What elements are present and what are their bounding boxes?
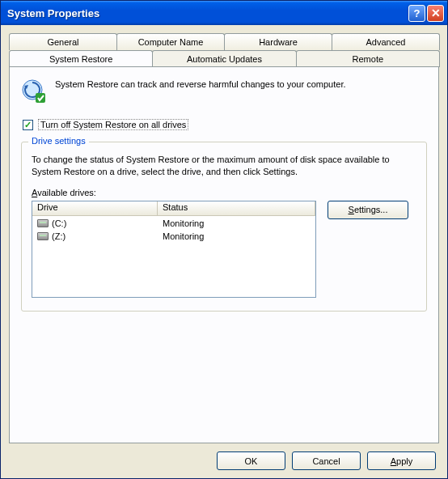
client-area: General Computer Name Hardware Advanced … — [1, 25, 447, 478]
cancel-button[interactable]: Cancel — [292, 451, 361, 470]
tab-panel-system-restore: System Restore can track and reverse har… — [9, 66, 439, 443]
listview-body: (C:) Monitoring (Z:) Monitoring — [32, 216, 315, 297]
system-restore-icon — [21, 78, 47, 104]
window-title: System Properties — [7, 7, 408, 19]
drive-status: Monitoring — [158, 218, 315, 228]
drive-cell: (Z:) — [32, 231, 158, 241]
tab-system-restore[interactable]: System Restore — [9, 50, 153, 67]
tab-computer-name[interactable]: Computer Name — [116, 33, 225, 50]
drive-row[interactable]: (Z:) Monitoring — [32, 230, 315, 243]
tab-hardware[interactable]: Hardware — [224, 33, 332, 50]
group-title: Drive settings — [28, 136, 89, 146]
col-status[interactable]: Status — [158, 201, 315, 215]
drive-icon — [37, 232, 49, 240]
turnoff-checkbox-label: Turn off System Restore on all drives — [38, 119, 188, 130]
turnoff-checkbox[interactable]: ✓ — [23, 120, 33, 130]
tab-automatic-updates[interactable]: Automatic Updates — [152, 50, 296, 67]
settings-button[interactable]: Settings... — [328, 201, 408, 219]
drive-name: (Z:) — [52, 231, 66, 241]
tab-row-1: General Computer Name Hardware Advanced — [9, 33, 439, 50]
titlebar: System Properties ? ✕ — [1, 1, 447, 25]
ok-button[interactable]: OK — [217, 451, 285, 470]
apply-button[interactable]: Apply — [367, 451, 436, 470]
help-button[interactable]: ? — [408, 5, 425, 22]
col-drive[interactable]: Drive — [32, 201, 158, 215]
dialog-button-row: OK Cancel Apply — [9, 443, 439, 470]
tab-advanced[interactable]: Advanced — [332, 33, 440, 50]
drive-row[interactable]: (C:) Monitoring — [32, 217, 315, 230]
drive-area: Drive Status (C:) Monitoring — [32, 201, 416, 298]
turnoff-checkbox-row[interactable]: ✓ Turn off System Restore on all drives — [23, 119, 427, 130]
available-drives-label: Available drives: — [32, 188, 416, 197]
tab-general[interactable]: General — [9, 33, 117, 50]
svg-rect-2 — [36, 93, 45, 103]
drive-settings-group: Drive settings To change the status of S… — [21, 142, 427, 312]
drive-status: Monitoring — [158, 231, 315, 241]
drive-icon — [37, 219, 49, 227]
tab-row-2: System Restore Automatic Updates Remote — [9, 50, 439, 67]
system-properties-window: System Properties ? ✕ General Computer N… — [0, 0, 448, 479]
drive-name: (C:) — [52, 218, 66, 228]
intro-text: System Restore can track and reverse har… — [55, 78, 427, 104]
titlebar-buttons: ? ✕ — [408, 5, 444, 22]
group-description: To change the status of System Restore o… — [32, 154, 416, 178]
settings-button-wrap: Settings... — [328, 201, 416, 298]
tab-remote[interactable]: Remote — [296, 50, 440, 67]
drive-cell: (C:) — [32, 218, 158, 228]
intro-row: System Restore can track and reverse har… — [21, 78, 427, 104]
close-button[interactable]: ✕ — [427, 5, 444, 22]
drives-listview[interactable]: Drive Status (C:) Monitoring — [32, 201, 316, 298]
checkmark-icon: ✓ — [24, 121, 32, 129]
tabstrip: General Computer Name Hardware Advanced … — [9, 33, 439, 67]
listview-header: Drive Status — [32, 201, 315, 216]
